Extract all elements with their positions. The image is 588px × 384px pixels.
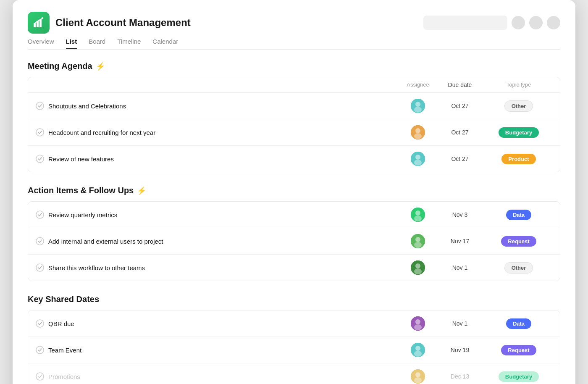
svg-point-12: [36, 155, 44, 163]
tab-board[interactable]: Board: [89, 38, 105, 49]
task-name: Team Event: [36, 346, 401, 354]
task-type: Other: [485, 100, 552, 112]
check-icon: [36, 102, 44, 110]
col-header-task: [36, 82, 401, 88]
status-badge: Request: [501, 345, 536, 355]
svg-point-15: [414, 160, 422, 166]
status-badge: Other: [504, 100, 533, 112]
task-label: Promotions: [48, 373, 80, 380]
svg-point-35: [414, 351, 422, 357]
search-bar[interactable]: [423, 16, 507, 30]
table-row[interactable]: Review quarterly metricsNov 3Data: [28, 202, 560, 228]
header-dot-1[interactable]: [512, 16, 525, 29]
svg-point-38: [415, 372, 420, 377]
task-assignee: [401, 152, 435, 166]
check-icon: [36, 346, 44, 354]
section-meeting-agenda: Meeting Agenda⚡AssigneeDue dateTopic typ…: [28, 61, 560, 172]
task-type: Request: [485, 236, 552, 247]
svg-point-8: [36, 129, 44, 136]
section-header-meeting-agenda: Meeting Agenda⚡: [28, 61, 560, 71]
svg-point-30: [415, 319, 420, 324]
section-action-items: Action Items & Follow Ups⚡Review quarter…: [28, 186, 560, 281]
status-badge: Data: [506, 210, 531, 220]
nav-tabs: Overview List Board Timeline Calendar: [28, 38, 560, 50]
tab-overview[interactable]: Overview: [28, 38, 54, 49]
table-row[interactable]: Review of new featuresOct 27Product: [28, 146, 560, 172]
task-assignee: [401, 99, 435, 113]
task-due-date: Nov 19: [435, 347, 485, 353]
svg-point-7: [414, 107, 422, 113]
content: Meeting Agenda⚡AssigneeDue dateTopic typ…: [28, 61, 560, 384]
task-type: Data: [485, 318, 552, 329]
svg-point-4: [36, 102, 44, 110]
avatar: [411, 316, 425, 331]
task-label: Shoutouts and Celebrations: [48, 103, 126, 110]
table-row[interactable]: Headcount and recruiting for next yearOc…: [28, 119, 560, 146]
task-name: Promotions: [36, 372, 401, 381]
table-row[interactable]: QBR dueNov 1Data: [28, 310, 560, 337]
section-title-action-items: Action Items & Follow Ups: [28, 186, 134, 195]
check-icon: [36, 155, 44, 163]
task-name: Review of new features: [36, 155, 401, 163]
table-row[interactable]: Add internal and external users to proje…: [28, 228, 560, 255]
avatar: [411, 125, 425, 139]
table-row[interactable]: Share this workflow to other teamsNov 1O…: [28, 255, 560, 281]
task-label: Add internal and external users to proje…: [48, 238, 163, 245]
task-name: Review quarterly metrics: [36, 210, 401, 219]
task-table-meeting-agenda: AssigneeDue dateTopic typeShoutouts and …: [28, 77, 560, 172]
table-row[interactable]: Shoutouts and CelebrationsOct 27Other: [28, 93, 560, 119]
task-due-date: Nov 1: [435, 320, 485, 327]
svg-point-11: [414, 133, 422, 139]
avatar: [411, 369, 425, 384]
avatar: [411, 260, 425, 275]
header-dot-2[interactable]: [529, 16, 543, 29]
task-assignee: [401, 369, 435, 384]
check-icon: [36, 319, 44, 328]
section-lightning-icon-action-items: ⚡: [137, 186, 146, 195]
task-due-date: Nov 3: [435, 211, 485, 218]
status-badge: Budgetary: [499, 127, 539, 138]
app-window: Client Account Management Overview List …: [13, 0, 575, 384]
svg-point-20: [36, 237, 44, 245]
avatar: [411, 234, 425, 248]
svg-point-31: [414, 324, 422, 330]
svg-point-24: [36, 264, 44, 271]
svg-point-16: [36, 211, 44, 218]
task-label: QBR due: [48, 320, 74, 327]
header-dot-3[interactable]: [547, 16, 560, 29]
task-table-action-items: Review quarterly metricsNov 3DataAdd int…: [28, 201, 560, 281]
status-badge: Budgetary: [499, 371, 539, 382]
tab-timeline[interactable]: Timeline: [117, 38, 141, 49]
col-header-assignee: Assignee: [401, 82, 435, 88]
section-header-key-shared-dates: Key Shared Dates: [28, 295, 560, 304]
svg-point-3: [42, 17, 43, 19]
section-key-shared-dates: Key Shared DatesQBR dueNov 1DataTeam Eve…: [28, 295, 560, 384]
task-name: QBR due: [36, 319, 401, 328]
table-row[interactable]: PromotionsDec 13Budgetary: [28, 363, 560, 384]
task-assignee: [401, 343, 435, 357]
status-badge: Request: [501, 236, 536, 247]
header: Client Account Management: [28, 12, 560, 34]
task-type: Data: [485, 210, 552, 220]
task-name: Share this workflow to other teams: [36, 263, 401, 272]
svg-point-23: [414, 242, 422, 248]
table-row[interactable]: Team EventNov 19Request: [28, 337, 560, 363]
tab-list[interactable]: List: [66, 38, 77, 49]
section-title-key-shared-dates: Key Shared Dates: [28, 295, 99, 304]
task-table-key-shared-dates: QBR dueNov 1DataTeam EventNov 19RequestP…: [28, 310, 560, 384]
status-badge: Data: [506, 318, 531, 329]
task-due-date: Oct 27: [435, 103, 485, 109]
task-label: Team Event: [48, 347, 81, 354]
header-left: Client Account Management: [28, 12, 191, 34]
tab-calendar[interactable]: Calendar: [152, 38, 178, 49]
svg-point-26: [415, 263, 420, 268]
check-icon: [36, 237, 44, 245]
task-assignee: [401, 316, 435, 331]
status-badge: Other: [504, 262, 533, 274]
app-icon: [28, 12, 50, 34]
app-title: Client Account Management: [55, 17, 191, 29]
task-type: Request: [485, 345, 552, 355]
task-type: Other: [485, 262, 552, 274]
svg-point-36: [36, 373, 44, 380]
section-header-action-items: Action Items & Follow Ups⚡: [28, 186, 560, 195]
